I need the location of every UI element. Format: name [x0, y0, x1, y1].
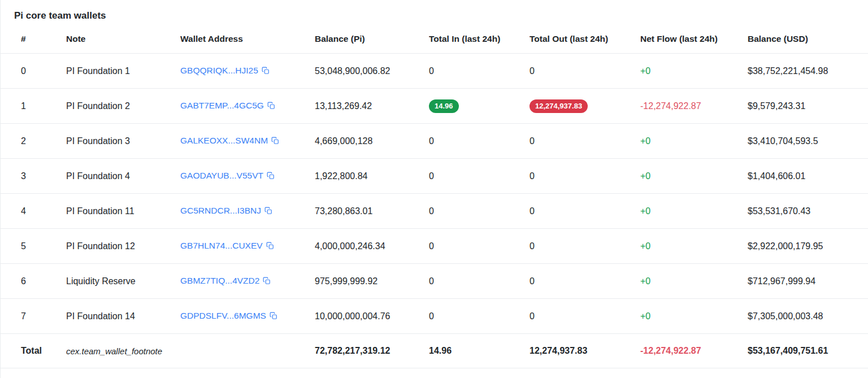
row-total-in: 0 [429, 159, 530, 194]
row-index: 1 [1, 89, 66, 124]
wallet-address-link[interactable]: GBQQRIQK...HJI25 [180, 66, 258, 75]
row-index: 5 [1, 229, 66, 264]
row-note: PI Foundation 2 [66, 89, 180, 124]
row-address-cell: GBMZ7TIQ...4VZD2 [180, 264, 315, 299]
row-note: PI Foundation 1 [66, 54, 180, 89]
table-row: 1 PI Foundation 2 GABT7EMP...4GC5G 13,11… [1, 89, 868, 124]
row-address-cell: GDPDSLFV...6MGMS [180, 299, 315, 334]
row-total-in: 0 [429, 299, 530, 334]
total-in-value: 0 [429, 276, 434, 286]
row-net-flow: +0 [640, 194, 748, 229]
total-out-value: 12,274,937.83 [530, 99, 588, 113]
col-header-note: Note [66, 28, 180, 54]
row-total-out: 0 [530, 264, 640, 299]
row-address-cell: GC5RNDCR...I3BNJ [180, 194, 315, 229]
total-out-value: 0 [530, 66, 535, 76]
row-balance-pi: 1,922,800.84 [315, 159, 429, 194]
table-row: 6 Liquidity Reserve GBMZ7TIQ...4VZD2 975… [1, 264, 868, 299]
net-flow-value: +0 [640, 276, 650, 286]
row-note: PI Foundation 3 [66, 124, 180, 159]
row-net-flow: +0 [640, 299, 748, 334]
total-in-value: 0 [429, 241, 434, 251]
copy-icon[interactable] [263, 277, 271, 287]
copy-icon[interactable] [267, 102, 275, 112]
col-header-net-flow: Net Flow (last 24h) [640, 28, 748, 54]
row-total-out: 0 [530, 159, 640, 194]
copy-icon[interactable] [270, 312, 277, 322]
row-index: 0 [1, 54, 66, 89]
row-index: 4 [1, 194, 66, 229]
col-header-index: # [1, 28, 66, 54]
wallet-address-link[interactable]: GDPDSLFV...6MGMS [180, 311, 266, 320]
table-row: 0 PI Foundation 1 GBQQRIQK...HJI25 53,04… [1, 54, 868, 89]
total-balance-usd: $53,167,409,751.61 [748, 334, 868, 368]
col-header-balance-pi: Balance (Pi) [315, 28, 429, 54]
row-note: PI Foundation 14 [66, 299, 180, 334]
net-flow-value: +0 [640, 206, 650, 216]
total-out-value: 0 [530, 276, 535, 286]
row-net-flow: -12,274,922.87 [640, 89, 748, 124]
row-balance-pi: 4,669,000,128 [315, 124, 429, 159]
net-flow-value: +0 [640, 171, 650, 181]
net-flow-value: +0 [640, 66, 650, 76]
wallet-address-link[interactable]: GBMZ7TIQ...4VZD2 [180, 276, 259, 285]
row-index: 3 [1, 159, 66, 194]
row-balance-usd: $38,752,221,454.98 [748, 54, 868, 89]
total-balance-pi: 72,782,217,319.12 [315, 334, 429, 368]
col-header-total-out: Total Out (last 24h) [530, 28, 640, 54]
total-address-cell [180, 334, 315, 368]
row-note: PI Foundation 4 [66, 159, 180, 194]
total-in-value: 0 [429, 136, 434, 146]
table-row: 2 PI Foundation 3 GALKEOXX...SW4NM 4,669… [1, 124, 868, 159]
wallet-address-link[interactable]: GALKEOXX...SW4NM [180, 136, 268, 145]
row-balance-usd: $3,410,704,593.5 [748, 124, 868, 159]
row-total-out: 0 [530, 229, 640, 264]
row-balance-usd: $7,305,000,003.48 [748, 299, 868, 334]
wallet-address-link[interactable]: GABT7EMP...4GC5G [180, 101, 264, 110]
total-out-value: 0 [530, 241, 535, 251]
copy-icon[interactable] [266, 242, 274, 252]
total-in-value: 0 [429, 206, 434, 216]
copy-icon[interactable] [262, 67, 270, 77]
table-header-row: # Note Wallet Address Balance (Pi) Total… [1, 28, 868, 54]
row-net-flow: +0 [640, 229, 748, 264]
total-out: 12,274,937.83 [530, 334, 640, 368]
row-net-flow: +0 [640, 159, 748, 194]
total-out-value: 0 [530, 206, 535, 216]
wallet-address-link[interactable]: GC5RNDCR...I3BNJ [180, 206, 261, 215]
row-address-cell: GB7HLN74...CUXEV [180, 229, 315, 264]
total-in-value: 0 [429, 66, 434, 76]
row-balance-usd: $9,579,243.31 [748, 89, 868, 124]
wallet-rows: 0 PI Foundation 1 GBQQRIQK...HJI25 53,04… [1, 54, 868, 334]
wallets-table: # Note Wallet Address Balance (Pi) Total… [1, 28, 868, 368]
total-in-value: 0 [429, 171, 434, 181]
row-total-in: 0 [429, 264, 530, 299]
row-total-out: 0 [530, 54, 640, 89]
table-row: 5 PI Foundation 12 GB7HLN74...CUXEV 4,00… [1, 229, 868, 264]
row-balance-usd: $1,404,606.01 [748, 159, 868, 194]
net-flow-value: +0 [640, 311, 650, 321]
total-in-value: 14.96 [429, 99, 459, 113]
row-note: PI Foundation 11 [66, 194, 180, 229]
row-balance-usd: $2,922,000,179.95 [748, 229, 868, 264]
net-flow-value: +0 [640, 136, 650, 146]
copy-icon[interactable] [271, 137, 279, 147]
row-balance-usd: $712,967,999.94 [748, 264, 868, 299]
row-address-cell: GABT7EMP...4GC5G [180, 89, 315, 124]
row-total-out: 0 [530, 194, 640, 229]
col-header-balance-usd: Balance (USD) [748, 28, 868, 54]
row-total-out: 12,274,937.83 [530, 89, 640, 124]
copy-icon[interactable] [264, 207, 272, 217]
copy-icon[interactable] [267, 172, 275, 182]
row-balance-pi: 975,999,999.92 [315, 264, 429, 299]
total-in-value: 0 [429, 311, 434, 321]
total-out-value: 0 [530, 171, 535, 181]
wallet-address-link[interactable]: GAODAYUB...V55VT [180, 171, 263, 180]
row-note: PI Foundation 12 [66, 229, 180, 264]
row-balance-pi: 53,048,900,006.82 [315, 54, 429, 89]
row-balance-pi: 10,000,000,004.76 [315, 299, 429, 334]
wallet-address-link[interactable]: GB7HLN74...CUXEV [180, 241, 263, 250]
total-net-flow: -12,274,922.87 [640, 334, 748, 368]
row-address-cell: GALKEOXX...SW4NM [180, 124, 315, 159]
total-label: Total [1, 334, 66, 368]
